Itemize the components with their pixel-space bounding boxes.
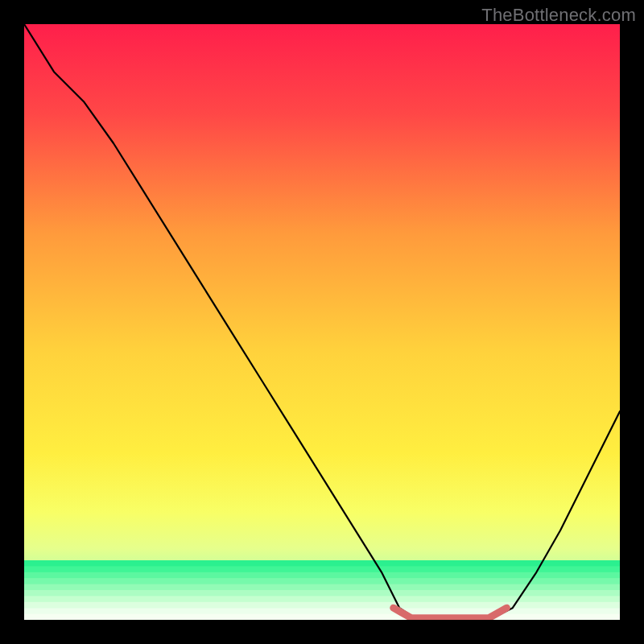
bottleneck-chart xyxy=(24,24,620,620)
svg-rect-1 xyxy=(24,560,620,567)
svg-rect-9 xyxy=(24,608,620,614)
svg-rect-7 xyxy=(24,596,620,602)
svg-rect-8 xyxy=(24,602,620,609)
plot-area xyxy=(24,24,620,620)
svg-rect-5 xyxy=(24,584,620,591)
svg-rect-0 xyxy=(24,24,620,620)
svg-rect-10 xyxy=(24,614,620,620)
attribution-text: TheBottleneck.com xyxy=(481,5,636,26)
svg-rect-2 xyxy=(24,566,620,572)
svg-rect-6 xyxy=(24,590,620,597)
svg-rect-3 xyxy=(24,572,620,579)
chart-canvas: TheBottleneck.com xyxy=(0,0,644,644)
